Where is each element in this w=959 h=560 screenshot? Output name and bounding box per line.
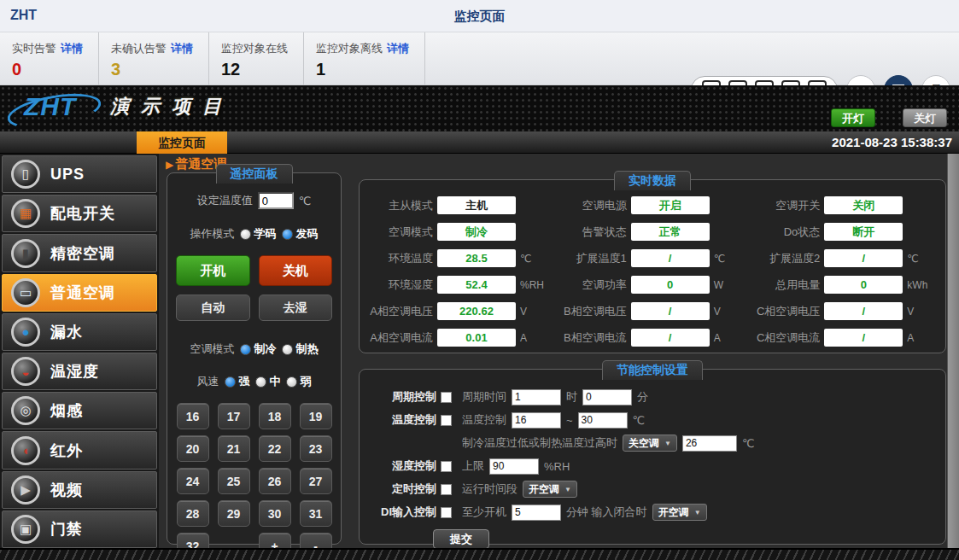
row-parts: 至少开机分钟 输入闭合时开空调▼: [462, 504, 707, 521]
radio-label: 学码: [254, 226, 277, 242]
keypad-25[interactable]: 25: [218, 468, 250, 494]
cycle-minutes-input[interactable]: [582, 389, 632, 405]
keypad-18[interactable]: 18: [259, 403, 291, 429]
radio-heat[interactable]: [282, 344, 293, 355]
temp-control-checkbox[interactable]: [441, 415, 452, 426]
sidebar-item-door-access[interactable]: ▣门禁: [2, 510, 157, 548]
set-temp-input[interactable]: [258, 192, 294, 209]
field-value: 28.5: [437, 249, 516, 267]
page-title: 监控页面: [0, 9, 959, 25]
realtime-panel-tab: 实时数据: [614, 171, 691, 190]
checkbox-label: 周期控制: [392, 389, 436, 405]
field-label: 总用电量: [746, 277, 820, 293]
radio-fan-weak[interactable]: [286, 376, 297, 388]
inline-label: 上限: [462, 458, 484, 474]
humidity-max-input[interactable]: [489, 458, 539, 475]
stat-detail-link[interactable]: 详情: [171, 42, 193, 55]
sidebar-item-label: 普通空调: [50, 283, 115, 303]
radio-fan-strong[interactable]: [225, 376, 236, 388]
overtemp-value-input[interactable]: [682, 435, 737, 452]
radio-option-heat: 制热: [282, 341, 319, 357]
keypad-28[interactable]: 28: [177, 500, 209, 527]
breaker-icon: ▦: [11, 199, 40, 228]
energy-row-timer-control: 定时控制运行时间段开空调▼: [373, 479, 945, 499]
cycle-hours-input[interactable]: [512, 389, 561, 405]
di-input-control-checkbox[interactable]: [441, 507, 452, 518]
keypad-26[interactable]: 26: [259, 468, 291, 494]
auto-button[interactable]: 自动: [176, 295, 250, 321]
field-unit: W: [714, 279, 723, 291]
keypad-20[interactable]: 20: [177, 435, 209, 462]
sidebar-item-temp-humidity[interactable]: ◒温湿度: [2, 353, 157, 390]
di-close-action-select[interactable]: 开空调▼: [652, 504, 707, 521]
keypad-23[interactable]: 23: [300, 435, 332, 462]
tab-monitor-page[interactable]: 监控页面: [137, 131, 227, 154]
dehumidify-button[interactable]: 去湿: [259, 295, 333, 321]
sidebar-item-label: 门禁: [50, 519, 83, 540]
stat-unconfirmed-alarm: 未确认告警详情3: [99, 32, 209, 85]
min-runtime-input[interactable]: [512, 505, 561, 521]
radio-fan-medium[interactable]: [255, 376, 266, 388]
sidebar-item-ac[interactable]: ▭普通空调: [2, 274, 157, 312]
field-unit: V: [714, 306, 721, 318]
stat-label: 监控对象在线: [221, 41, 288, 56]
sidebar-item-ups[interactable]: ▯UPS: [2, 155, 157, 193]
keypad-22[interactable]: 22: [259, 435, 291, 462]
field-value: /: [631, 249, 710, 267]
check-cell: DI输入控制: [373, 505, 452, 520]
light-on-button[interactable]: 开灯: [831, 108, 875, 127]
water-leak-icon: ●: [11, 318, 40, 347]
radio-cool[interactable]: [240, 344, 251, 355]
sidebar-item-water-leak[interactable]: ●漏水: [2, 313, 157, 351]
keypad-30[interactable]: 30: [259, 500, 291, 527]
humidity-control-checkbox[interactable]: [441, 461, 452, 472]
keypad-21[interactable]: 21: [218, 435, 250, 462]
temp-min-input[interactable]: [512, 412, 561, 429]
stat-detail-link[interactable]: 详情: [387, 42, 409, 55]
smoke-icon: ◎: [11, 396, 40, 425]
stat-value: 0: [12, 60, 83, 79]
sidebar-item-smoke[interactable]: ◎烟感: [2, 392, 157, 429]
sidebar-item-video[interactable]: ▶视频: [2, 471, 157, 509]
field-ext-temp1: 扩展温度1/℃: [553, 245, 747, 271]
keypad-16[interactable]: 16: [177, 403, 209, 429]
submit-button[interactable]: 提交: [433, 529, 489, 549]
video-icon: ▶: [11, 475, 40, 505]
keypad-29[interactable]: 29: [218, 500, 250, 527]
overtemp-action-select[interactable]: 关空调▼: [623, 435, 677, 452]
keypad-31[interactable]: 31: [300, 500, 332, 527]
stat-value: 12: [221, 60, 288, 79]
sidebar-item-infrared[interactable]: ◖红外: [2, 431, 157, 469]
power-off-button[interactable]: 关机: [259, 255, 333, 286]
keypad-19[interactable]: 19: [300, 403, 332, 429]
field-label: C相空调电流: [746, 330, 820, 346]
run-period-select[interactable]: 开空调▼: [523, 481, 577, 498]
field-unit: ℃: [714, 253, 725, 265]
light-off-button[interactable]: 关灯: [903, 108, 947, 127]
sidebar: ▯UPS▦配电开关▮精密空调▭普通空调●漏水◒温湿度◎烟感◖红外▶视频▣门禁: [0, 154, 159, 548]
field-phase-b-volt: B相空调电压/V: [553, 298, 747, 324]
temp-max-input[interactable]: [578, 412, 628, 429]
keypad-27[interactable]: 27: [300, 468, 332, 494]
scrollbar[interactable]: [947, 154, 959, 548]
sidebar-item-precision-ac[interactable]: ▮精密空调: [2, 234, 157, 271]
top-header: ZHT 监控页面: [0, 0, 959, 32]
stat-detail-link[interactable]: 详情: [61, 42, 83, 55]
field-master-mode: 主从模式主机: [360, 192, 553, 219]
field-unit: A: [907, 332, 914, 344]
field-phase-a-amp: A相空调电流0.01A: [360, 324, 553, 351]
cycle-control-checkbox[interactable]: [441, 392, 452, 403]
inline-label: 至少开机: [462, 505, 506, 520]
sidebar-item-breaker[interactable]: ▦配电开关: [2, 195, 157, 232]
timer-control-checkbox[interactable]: [441, 484, 452, 495]
keypad-24[interactable]: 24: [177, 468, 209, 494]
sidebar-item-label: 漏水: [50, 322, 83, 342]
power-on-button[interactable]: 开机: [176, 255, 250, 286]
radio-send-code[interactable]: [282, 229, 293, 240]
keypad-17[interactable]: 17: [218, 403, 250, 429]
inline-label: 温度控制: [462, 412, 506, 428]
radio-learn-code[interactable]: [240, 229, 251, 240]
field-total-energy: 总用电量0kWh: [746, 271, 940, 298]
temperature-keypad: 1617181920212223242526272829303132+-: [177, 403, 332, 559]
energy-panel-tab: 节能控制设置: [602, 360, 703, 380]
